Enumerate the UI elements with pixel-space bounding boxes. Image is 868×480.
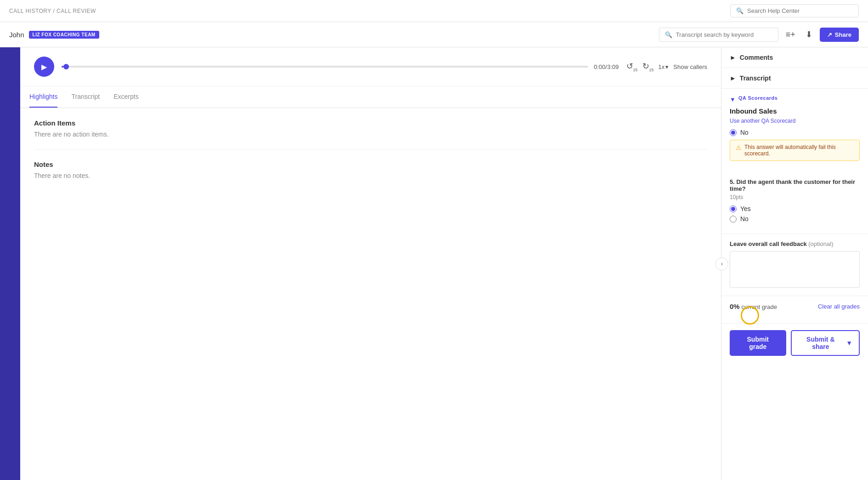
notes-section: Notes There are no notes. bbox=[34, 160, 707, 179]
warning-text: This answer will automatically fail this… bbox=[744, 144, 854, 157]
audio-player: ▶ 0:00/3:09 ↺15 ↻15 1x ▾ Show callers bbox=[20, 47, 721, 86]
tab-transcript[interactable]: Transcript bbox=[71, 86, 100, 108]
comments-header[interactable]: ► Comments bbox=[730, 54, 860, 61]
header-bar: John LIZ FOX COACHING TEAM 🔍 ≡+ ⬇ ↗ Shar… bbox=[0, 22, 868, 47]
progress-wrap: 0:00/3:09 bbox=[62, 63, 619, 70]
notes-text: There are no notes. bbox=[34, 172, 707, 179]
progress-bar[interactable] bbox=[62, 66, 588, 68]
collapse-panel-button[interactable]: › bbox=[715, 257, 728, 270]
transcript-section: ► Transcript bbox=[721, 68, 868, 89]
tabs-bar: Highlights Transcript Excerpts bbox=[20, 86, 721, 108]
section-divider bbox=[34, 149, 707, 149]
tab-highlights[interactable]: Highlights bbox=[29, 86, 57, 108]
play-button[interactable]: ▶ bbox=[34, 57, 54, 77]
share-icon: ↗ bbox=[827, 31, 832, 38]
main-layout: ▶ 0:00/3:09 ↺15 ↻15 1x ▾ Show callers bbox=[0, 47, 868, 480]
action-items-section: Action Items There are no action items. bbox=[34, 119, 707, 138]
action-items-title: Action Items bbox=[34, 119, 707, 127]
right-panel: ► Comments ► Transcript ▼ QA Scorecards … bbox=[721, 47, 868, 480]
team-badge: LIZ FOX COACHING TEAM bbox=[29, 31, 99, 39]
feedback-label: Leave overall call feedback (optional) bbox=[730, 240, 860, 247]
forward-button[interactable]: ↻15 bbox=[642, 61, 654, 72]
search-icon: 🔍 bbox=[736, 7, 743, 14]
progress-dot bbox=[63, 64, 69, 69]
question5-text: 5. Did the agent thank the customer for … bbox=[730, 178, 860, 192]
question5-pts: 10pts bbox=[730, 194, 860, 200]
speed-button[interactable]: 1x ▾ bbox=[658, 63, 669, 70]
user-name: John bbox=[9, 31, 24, 39]
top-nav: CALL HISTORY / CALL REVIEW 🔍 bbox=[0, 0, 868, 22]
submit-grade-button[interactable]: Submit grade bbox=[730, 330, 786, 356]
answer-no-group: No ⚠ This answer will automatically fail… bbox=[730, 129, 860, 161]
qa-scorecards-section: ▼ QA Scorecards Inbound Sales Use anothe… bbox=[721, 89, 868, 172]
radio-no[interactable] bbox=[730, 129, 737, 136]
question5-block: 5. Did the agent thank the customer for … bbox=[721, 172, 868, 234]
warning-icon: ⚠ bbox=[736, 144, 742, 151]
transcript-search-container: 🔍 bbox=[659, 28, 778, 42]
help-search-container: 🔍 bbox=[730, 4, 859, 17]
download-button[interactable]: ⬇ bbox=[803, 27, 815, 42]
transcript-search-icon: 🔍 bbox=[665, 31, 672, 38]
use-another-scorecard-link[interactable]: Use another QA Scorecard bbox=[730, 118, 795, 124]
grade-percentage: 0% bbox=[730, 303, 740, 310]
breadcrumb: CALL HISTORY / CALL REVIEW bbox=[9, 8, 96, 14]
chevron-down-icon-3: ▼ bbox=[846, 339, 852, 347]
tab-content-highlights: Action Items There are no action items. … bbox=[20, 108, 721, 480]
show-callers-button[interactable]: Show callers bbox=[673, 63, 707, 70]
grade-section: 0% current grade Clear all grades bbox=[721, 296, 868, 324]
transcript-search-input[interactable] bbox=[676, 31, 772, 38]
add-filter-button[interactable]: ≡+ bbox=[783, 27, 798, 42]
comments-section: ► Comments bbox=[721, 47, 868, 68]
header-right: 🔍 ≡+ ⬇ ↗ Share bbox=[659, 27, 859, 42]
grade-row: 0% current grade Clear all grades bbox=[730, 303, 860, 310]
header-left: John LIZ FOX COACHING TEAM bbox=[9, 31, 99, 39]
tab-excerpts[interactable]: Excerpts bbox=[113, 86, 138, 108]
left-sidebar-strip bbox=[0, 47, 20, 480]
share-label: Share bbox=[835, 31, 851, 38]
share-button[interactable]: ↗ Share bbox=[820, 28, 859, 42]
grade-info: 0% current grade bbox=[730, 303, 777, 310]
radio-no-label: No bbox=[740, 129, 749, 136]
q5-no-label: No bbox=[740, 215, 749, 223]
player-controls: ↺15 ↻15 1x ▾ Show callers bbox=[626, 61, 707, 72]
chevron-right-icon-2: ► bbox=[730, 74, 736, 82]
time-display: 0:00/3:09 bbox=[594, 63, 618, 70]
qa-scorecards-label: QA Scorecards bbox=[738, 95, 778, 101]
transcript-header[interactable]: ► Transcript bbox=[730, 74, 860, 82]
q5-yes-item: Yes bbox=[730, 205, 860, 212]
content-area: ▶ 0:00/3:09 ↺15 ↻15 1x ▾ Show callers bbox=[20, 47, 721, 480]
rewind-button[interactable]: ↺15 bbox=[626, 61, 638, 72]
submit-share-button[interactable]: Submit & share ▼ bbox=[791, 330, 860, 356]
transcript-label: Transcript bbox=[740, 74, 771, 82]
action-items-text: There are no action items. bbox=[34, 131, 707, 138]
notes-title: Notes bbox=[34, 160, 707, 168]
q5-no-item: No bbox=[730, 215, 860, 223]
chevron-right-icon: ► bbox=[730, 54, 736, 61]
qa-scorecard-title: Inbound Sales bbox=[730, 107, 860, 115]
help-search-input[interactable] bbox=[747, 7, 853, 14]
chevron-down-icon: ▾ bbox=[665, 63, 669, 70]
comments-label: Comments bbox=[740, 54, 773, 61]
feedback-textarea[interactable] bbox=[730, 251, 860, 288]
radio-no-item: No bbox=[730, 129, 860, 136]
feedback-section: Leave overall call feedback (optional) bbox=[721, 234, 868, 296]
warning-box: ⚠ This answer will automatically fail th… bbox=[730, 140, 860, 161]
question5-answers: Yes No bbox=[730, 205, 860, 223]
action-buttons: Submit grade Submit & share ▼ bbox=[721, 324, 868, 362]
feedback-optional: (optional) bbox=[808, 240, 833, 247]
radio-q5-yes[interactable] bbox=[730, 206, 737, 212]
grade-label: current grade bbox=[742, 303, 777, 310]
clear-grades-button[interactable]: Clear all grades bbox=[818, 303, 860, 310]
radio-q5-no[interactable] bbox=[730, 216, 737, 223]
chevron-down-filled-icon: ▼ bbox=[730, 96, 736, 103]
q5-yes-label: Yes bbox=[740, 205, 751, 212]
